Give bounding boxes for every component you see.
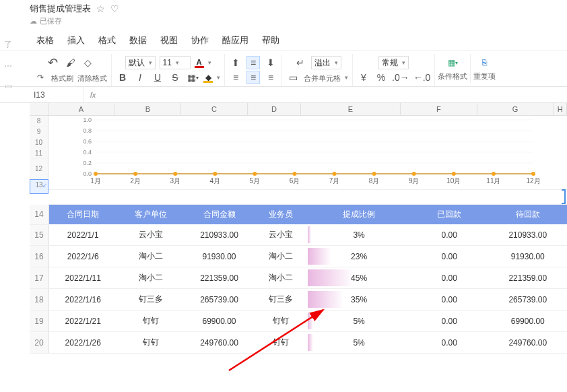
valign-top-button[interactable]: ⬆ xyxy=(229,56,242,69)
condfmt-icon[interactable]: ▦▾ xyxy=(445,55,460,70)
col-header-g[interactable]: G xyxy=(477,103,554,115)
cell[interactable]: 2022/1/16 xyxy=(48,289,116,311)
gutter-icon-3[interactable]: ▭ xyxy=(0,76,16,96)
row-header[interactable]: 20 xyxy=(30,332,48,354)
valign-mid-button[interactable]: ≡ xyxy=(246,56,260,69)
merge-icon[interactable]: ▭ xyxy=(286,71,300,84)
col-header-d[interactable]: D xyxy=(248,103,301,115)
menu-help[interactable]: 帮助 xyxy=(255,30,286,51)
cell[interactable]: 钉三多 xyxy=(117,289,185,311)
row-header[interactable]: 11 xyxy=(30,148,48,159)
dec-inc-button[interactable]: .0→ xyxy=(392,71,409,84)
cell[interactable]: 淘小二 xyxy=(117,267,185,289)
cell[interactable]: 钉钉 xyxy=(117,332,185,354)
fmtbrush-label[interactable]: 格式刷 xyxy=(51,73,73,84)
menu-format[interactable]: 格式 xyxy=(92,30,123,51)
menu-insert[interactable]: 插入 xyxy=(61,30,92,51)
cell[interactable]: 0.00 xyxy=(410,311,488,332)
cell[interactable]: 淘小二 xyxy=(253,267,308,289)
gutter-icon-1[interactable]: 了 xyxy=(0,34,16,56)
cell[interactable]: 淘小二 xyxy=(253,246,308,267)
font-color-button[interactable]: A xyxy=(195,58,204,68)
table-header[interactable]: 合同日期 xyxy=(48,205,116,224)
menu-data[interactable]: 数据 xyxy=(123,30,154,51)
cell-databar[interactable]: 3% xyxy=(308,224,410,246)
cell[interactable]: 69900.00 xyxy=(185,311,253,332)
halign-right-button[interactable]: ≡ xyxy=(264,71,277,84)
chevron-down-icon[interactable]: ▾ xyxy=(217,74,220,81)
cell[interactable]: 钉钉 xyxy=(253,311,308,332)
cell-reference[interactable]: I13 xyxy=(30,87,84,102)
cell-databar[interactable]: 35% xyxy=(308,289,410,311)
font-size-select[interactable]: 11▾ xyxy=(160,56,191,69)
numfmt-select[interactable]: 常规▾ xyxy=(378,56,409,69)
cell[interactable]: 0.00 xyxy=(410,246,488,267)
overflow-select[interactable]: 溢出▾ xyxy=(311,56,341,69)
col-header-h[interactable]: H xyxy=(554,103,567,115)
cell[interactable]: 2022/1/6 xyxy=(48,246,116,267)
bell-icon[interactable]: ♡ xyxy=(110,3,119,14)
cell[interactable]: 249760.00 xyxy=(185,332,253,354)
col-header-f[interactable]: F xyxy=(401,103,477,115)
cell[interactable]: 210933.00 xyxy=(488,224,567,246)
table-header[interactable]: 已回款 xyxy=(410,205,488,224)
table-header[interactable]: 提成比例 xyxy=(308,205,410,224)
merge-label[interactable]: 合并单元格 xyxy=(304,73,341,84)
embedded-chart[interactable]: 0.00.20.40.60.81.01月2月3月4月5月6月7月8月9月10月1… xyxy=(48,116,567,190)
row-header[interactable]: 18 xyxy=(30,289,48,311)
row-header[interactable]: 9 xyxy=(30,127,48,137)
cell[interactable]: 2022/1/26 xyxy=(48,332,116,354)
menu-collab[interactable]: 协作 xyxy=(185,30,215,51)
undo-button[interactable]: ↶ xyxy=(46,56,60,69)
menu-coolapp[interactable]: 酷应用 xyxy=(215,30,255,51)
row-header[interactable]: 15 xyxy=(30,224,48,246)
fx-icon[interactable]: fx xyxy=(84,91,102,99)
col-header-b[interactable]: B xyxy=(114,103,181,115)
table-header[interactable]: 客户单位 xyxy=(117,205,185,224)
chevron-down-icon[interactable]: ▾ xyxy=(208,59,211,66)
row-header[interactable]: 8 xyxy=(30,116,48,127)
cell-databar[interactable]: 23% xyxy=(308,246,410,267)
eraser-icon[interactable]: ◇ xyxy=(81,56,95,69)
row-header[interactable]: 17 xyxy=(30,267,48,289)
percent-button[interactable]: % xyxy=(374,71,388,84)
cell[interactable]: 0.00 xyxy=(410,267,488,289)
redo-button[interactable]: ↷ xyxy=(34,71,47,84)
col-header-c[interactable]: C xyxy=(181,103,248,115)
gutter-icon-2[interactable]: ⋯ xyxy=(0,56,16,76)
bold-button[interactable]: B xyxy=(116,71,129,84)
col-header-e[interactable]: E xyxy=(301,103,401,115)
cell[interactable]: 249760.00 xyxy=(488,332,567,354)
wrap-icon[interactable]: ↵ xyxy=(294,56,307,69)
cell[interactable]: 221359.00 xyxy=(488,267,567,289)
cell[interactable]: 265739.00 xyxy=(185,289,253,311)
table-header[interactable]: 待回款 xyxy=(488,205,567,224)
blank-row-13[interactable] xyxy=(48,190,567,205)
clearfmt-label[interactable]: 清除格式 xyxy=(77,73,107,84)
col-header-a[interactable]: A xyxy=(48,103,115,115)
italic-button[interactable]: I xyxy=(133,71,147,84)
dup-label[interactable]: 重复项 xyxy=(473,71,496,81)
cell[interactable]: 钉钉 xyxy=(253,332,308,354)
cell[interactable]: 2022/1/21 xyxy=(48,311,116,332)
cell[interactable]: 0.00 xyxy=(410,289,488,311)
cell[interactable]: 云小宝 xyxy=(117,224,185,246)
table-header[interactable]: 业务员 xyxy=(253,205,308,224)
cell[interactable]: 265739.00 xyxy=(488,289,567,311)
row-header[interactable]: 19 xyxy=(30,311,48,332)
fill-color-button[interactable]: ◆ xyxy=(203,73,213,83)
cell-databar[interactable]: 5% xyxy=(308,332,410,354)
menu-table[interactable]: 表格 xyxy=(30,30,61,51)
underline-button[interactable]: U xyxy=(151,71,164,84)
menu-view[interactable]: 视图 xyxy=(154,30,185,51)
row-header[interactable]: 14 xyxy=(30,205,48,224)
select-all-corner[interactable] xyxy=(30,103,48,115)
valign-bot-button[interactable]: ⬇ xyxy=(264,56,277,69)
cell[interactable]: 钉三多 xyxy=(253,289,308,311)
dup-icon[interactable]: ⎘ xyxy=(477,55,492,70)
font-name-select[interactable]: 默认▾ xyxy=(125,56,156,69)
cell[interactable]: 221359.00 xyxy=(185,267,253,289)
strike-button[interactable]: S xyxy=(168,71,182,84)
cell[interactable]: 91930.00 xyxy=(185,246,253,267)
row-header-active[interactable]: 13 xyxy=(30,179,48,194)
